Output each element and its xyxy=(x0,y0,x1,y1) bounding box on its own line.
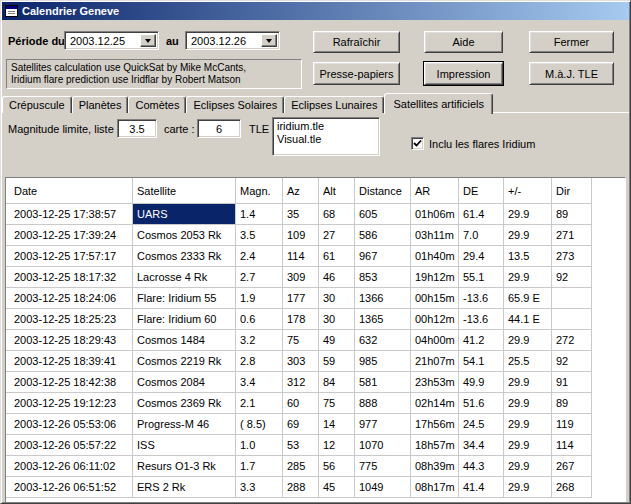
magnitude-input[interactable] xyxy=(117,119,157,138)
table-cell[interactable]: 89 xyxy=(552,204,592,225)
table-cell[interactable]: 92 xyxy=(552,267,592,288)
table-cell[interactable]: 1365 xyxy=(355,309,411,330)
table-cell[interactable]: 29.9 xyxy=(504,393,552,414)
table-cell[interactable]: UARS xyxy=(133,204,236,225)
table-cell[interactable]: Cosmos 2084 xyxy=(133,372,236,393)
table-cell[interactable]: 17h56m xyxy=(411,414,459,435)
table-cell[interactable]: 29.9 xyxy=(504,372,552,393)
close-button[interactable]: Fermer xyxy=(529,31,614,53)
table-row[interactable]: 2003-12-26 05:53:06Progress-M 46( 8.5)69… xyxy=(6,414,625,435)
table-cell[interactable]: 24.5 xyxy=(459,414,504,435)
table-cell[interactable]: 44.1 E xyxy=(504,309,552,330)
table-cell[interactable]: 51.6 xyxy=(459,393,504,414)
checkbox-icon[interactable] xyxy=(411,137,424,150)
table-cell[interactable]: 02h14m xyxy=(411,393,459,414)
table-cell[interactable]: 7.0 xyxy=(459,225,504,246)
table-cell[interactable]: 56 xyxy=(319,456,355,477)
table-cell[interactable]: 977 xyxy=(355,414,411,435)
table-cell[interactable]: 3.2 xyxy=(236,330,283,351)
table-row[interactable]: 2003-12-25 18:25:23Flare: Iridium 600.61… xyxy=(6,309,625,330)
table-row[interactable]: 2003-12-25 17:57:17Cosmos 2333 Rk2.41146… xyxy=(6,246,625,267)
table-cell[interactable]: 309 xyxy=(283,267,319,288)
tab-cometes[interactable]: Comètes xyxy=(128,96,186,113)
update-tle-button[interactable]: M.à.J. TLE xyxy=(529,62,614,85)
table-cell[interactable]: 109 xyxy=(283,225,319,246)
table-cell[interactable]: 114 xyxy=(283,246,319,267)
table-cell[interactable]: 65.9 E xyxy=(504,288,552,309)
table-cell[interactable]: 68 xyxy=(319,204,355,225)
table-cell[interactable]: 91 xyxy=(552,372,592,393)
flares-checkbox[interactable]: Inclu les flares Iridium xyxy=(411,137,535,150)
table-cell[interactable]: 29.9 xyxy=(504,456,552,477)
table-cell[interactable]: 14 xyxy=(319,414,355,435)
table-cell[interactable]: 1.4 xyxy=(236,204,283,225)
date-from-combo[interactable]: 2003.12.25 xyxy=(64,31,159,50)
clipboard-button[interactable]: Presse-papiers xyxy=(313,62,400,85)
table-cell[interactable]: 41.4 xyxy=(459,477,504,498)
table-cell[interactable]: Resurs O1-3 Rk xyxy=(133,456,236,477)
table-cell[interactable]: 61 xyxy=(319,246,355,267)
table-cell[interactable]: 2003-12-25 17:38:57 xyxy=(6,204,133,225)
table-cell[interactable]: 272 xyxy=(552,330,592,351)
table-cell[interactable]: 268 xyxy=(552,477,592,498)
table-cell[interactable]: 46 xyxy=(319,267,355,288)
table-cell[interactable]: 2003-12-25 18:42:38 xyxy=(6,372,133,393)
table-cell[interactable]: 75 xyxy=(283,330,319,351)
table-row[interactable]: 2003-12-26 06:11:02Resurs O1-3 Rk1.72855… xyxy=(6,456,625,477)
help-button[interactable]: Aide xyxy=(424,31,503,53)
table-cell[interactable]: 00h12m xyxy=(411,309,459,330)
table-cell[interactable] xyxy=(552,288,592,309)
table-cell[interactable]: 1070 xyxy=(355,435,411,456)
table-row[interactable]: 2003-12-25 18:24:06Flare: Iridium 551.91… xyxy=(6,288,625,309)
table-cell[interactable]: 29.9 xyxy=(504,414,552,435)
table-cell[interactable]: 605 xyxy=(355,204,411,225)
table-cell[interactable]: 985 xyxy=(355,351,411,372)
table-cell[interactable]: 08h17m xyxy=(411,477,459,498)
table-cell[interactable]: 29.9 xyxy=(504,330,552,351)
table-cell[interactable]: 0.6 xyxy=(236,309,283,330)
print-button[interactable]: Impression xyxy=(424,62,503,85)
table-cell[interactable]: 303 xyxy=(283,351,319,372)
tab-eclipses-lunaires[interactable]: Eclipses Lunaires xyxy=(284,96,384,113)
table-row[interactable]: 2003-12-25 18:17:32Lacrosse 4 Rk2.730946… xyxy=(6,267,625,288)
table-cell[interactable]: 49.9 xyxy=(459,372,504,393)
table-cell[interactable]: 44.3 xyxy=(459,456,504,477)
table-cell[interactable]: 2.7 xyxy=(236,267,283,288)
table-row[interactable]: 2003-12-25 17:39:24Cosmos 2053 Rk3.51092… xyxy=(6,225,625,246)
table-cell[interactable]: 2003-12-26 06:11:02 xyxy=(6,456,133,477)
table-row[interactable]: 2003-12-25 18:42:38Cosmos 20843.43128458… xyxy=(6,372,625,393)
table-cell[interactable]: 27 xyxy=(319,225,355,246)
table-cell[interactable]: ERS 2 Rk xyxy=(133,477,236,498)
table-cell[interactable]: 2003-12-26 05:53:06 xyxy=(6,414,133,435)
table-cell[interactable]: ISS xyxy=(133,435,236,456)
table-cell[interactable]: 853 xyxy=(355,267,411,288)
table-cell[interactable]: 967 xyxy=(355,246,411,267)
table-cell[interactable]: 2003-12-26 06:51:52 xyxy=(6,477,133,498)
tab-crepuscule[interactable]: Crépuscule xyxy=(2,96,72,113)
table-cell[interactable]: Flare: Iridium 55 xyxy=(133,288,236,309)
table-cell[interactable]: 55.1 xyxy=(459,267,504,288)
table-cell[interactable]: 2003-12-25 17:57:17 xyxy=(6,246,133,267)
table-cell[interactable]: 59 xyxy=(319,351,355,372)
table-cell[interactable]: 2.4 xyxy=(236,246,283,267)
table-cell[interactable]: 34.4 xyxy=(459,435,504,456)
table-cell[interactable]: 29.4 xyxy=(459,246,504,267)
table-cell[interactable]: 1.7 xyxy=(236,456,283,477)
titlebar[interactable]: Calendrier Geneve xyxy=(2,2,629,20)
table-cell[interactable]: 888 xyxy=(355,393,411,414)
refresh-button[interactable]: Rafraîchir xyxy=(313,31,400,53)
table-cell[interactable]: 01h06m xyxy=(411,204,459,225)
date-to-combo[interactable]: 2003.12.26 xyxy=(185,31,280,50)
table-cell[interactable]: 178 xyxy=(283,309,319,330)
tab-eclipses-solaires[interactable]: Eclipses Solaires xyxy=(186,96,284,113)
table-cell[interactable]: 30 xyxy=(319,309,355,330)
table-cell[interactable]: 29.9 xyxy=(504,477,552,498)
table-cell[interactable]: Cosmos 2219 Rk xyxy=(133,351,236,372)
table-cell[interactable]: 12 xyxy=(319,435,355,456)
table-cell[interactable]: 581 xyxy=(355,372,411,393)
table-cell[interactable]: 61.4 xyxy=(459,204,504,225)
table-cell[interactable]: -13.6 xyxy=(459,288,504,309)
table-cell[interactable] xyxy=(552,309,592,330)
table-cell[interactable]: 89 xyxy=(552,393,592,414)
tle-file-item[interactable]: iridium.tle xyxy=(277,120,375,133)
